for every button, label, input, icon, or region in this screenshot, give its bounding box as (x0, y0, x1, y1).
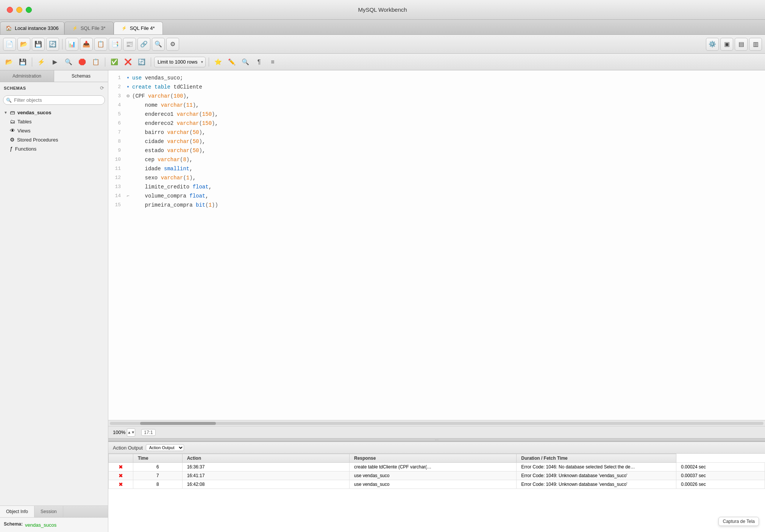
refresh-button[interactable]: 🔄 (46, 38, 59, 51)
schema-icon: 🗃 (10, 109, 15, 115)
save-file-button[interactable]: 💾 (17, 56, 29, 68)
new-query-button[interactable]: 📄 (3, 38, 16, 51)
toolbar2-sep-4 (209, 58, 209, 67)
main-layout: Administration Schemas SCHEMAS ⟳ 🔍 (0, 70, 765, 532)
columns-button[interactable]: 📑 (109, 38, 122, 51)
resize-divider[interactable]: ⋯ (108, 438, 765, 441)
line-num-1: 1 (108, 73, 125, 82)
tab-sql3-label: SQL File 3* (81, 25, 106, 31)
open-file-button[interactable]: 📂 (3, 56, 15, 68)
line-num-5: 5 (108, 110, 125, 119)
output-response-7: Error Code: 1049: Unknown database 'vend… (517, 471, 676, 480)
code-editor[interactable]: 1 ● use vendas_suco; 2 ● create table td… (108, 70, 765, 420)
index-button[interactable]: 📰 (123, 38, 136, 51)
stop-button[interactable]: 🛑 (76, 56, 88, 68)
line-num-9: 9 (108, 146, 125, 155)
find-button[interactable]: 🔍 (239, 56, 251, 68)
line-num-8: 8 (108, 137, 125, 146)
data-import-button[interactable]: 📥 (80, 38, 93, 51)
filter-box: 🔍 (3, 95, 105, 105)
open-query-button[interactable]: 📂 (17, 38, 30, 51)
app-title: MySQL Workbench (358, 6, 407, 13)
save-button[interactable]: 💾 (32, 38, 45, 51)
output-panel: Action Output Action Output History Outp… (108, 441, 765, 532)
context-button[interactable]: ≡ (267, 56, 279, 68)
maximize-button[interactable] (26, 7, 32, 13)
schema-value: vendas_sucos (25, 522, 56, 528)
code-line-14: 14 ⌐ volume_compra float, (108, 191, 765, 201)
commit-button[interactable]: ✅ (108, 56, 120, 68)
lightning-icon-2: ⚡ (122, 26, 127, 31)
tree-item-functions[interactable]: ƒ Functions (0, 144, 108, 153)
line-num-2: 2 (108, 82, 125, 92)
explain-button[interactable]: 🔍 (62, 56, 75, 68)
schema-tree: ▼ 🗃 vendas_sucos 🗂 Tables 👁 Views ⚙ (0, 108, 108, 506)
line-content-6: endereco2 varchar(150), (131, 119, 765, 128)
line-content-8: cidade varchar(50), (131, 137, 765, 146)
output-dropdown[interactable]: Action Output History Output (146, 444, 184, 451)
hscroll-thumb[interactable] (140, 422, 216, 425)
zoom-stepper[interactable]: ▲▼ (127, 428, 135, 437)
table-button[interactable]: 📋 (94, 38, 107, 51)
line-content-10: cep varchar(8), (131, 155, 765, 164)
output-table-header: Time Action Response Duration / Fetch Ti… (109, 454, 765, 463)
statusbar: 100% ▲▼ 17:1 (108, 426, 765, 438)
hscroll[interactable] (108, 420, 765, 426)
tab-session[interactable]: Session (34, 506, 63, 517)
tab-administration[interactable]: Administration (0, 70, 54, 82)
execute-selection-button[interactable]: ▶ (49, 56, 61, 68)
close-button[interactable] (7, 7, 13, 13)
rollback-button[interactable]: ❌ (122, 56, 134, 68)
schema-inspector-button[interactable]: 🔍 (152, 38, 165, 51)
execute-button[interactable]: ⚡ (35, 56, 47, 68)
toolbar2-sep-2 (105, 58, 105, 67)
layout3-button[interactable]: ▥ (749, 38, 762, 51)
output-action-7: use vendas_suco (349, 471, 516, 480)
line-num-3: 3 (108, 92, 125, 101)
output-row-6: ✖ 6 16:36:37 create table tdCliente (CPF… (109, 463, 765, 471)
layout1-button[interactable]: ▣ (720, 38, 733, 51)
output-duration-6: 0.00024 sec (676, 463, 765, 471)
beautify-button[interactable]: ✏️ (226, 56, 238, 68)
toolbar2-sep-1 (32, 58, 32, 67)
fk-button[interactable]: 🔗 (137, 38, 150, 51)
tab-object-info[interactable]: Object Info (0, 506, 34, 517)
code-line-15: 15 primeira_compra bit(1)) (108, 201, 765, 210)
code-line-9: 9 estado varchar(50), (108, 146, 765, 155)
search-icon: 🔍 (6, 98, 12, 103)
output-num-6: 6 (133, 463, 182, 471)
admin-button[interactable]: ⚙ (166, 38, 179, 51)
gear-button[interactable]: ⚙️ (706, 38, 719, 51)
tab-sql4[interactable]: ⚡ SQL File 4* (114, 22, 163, 34)
filter-input[interactable] (3, 95, 105, 105)
schema-item-vendas[interactable]: ▼ 🗃 vendas_sucos (0, 108, 108, 117)
tab-sql3[interactable]: ⚡ SQL File 3* (64, 22, 114, 34)
functions-label: Functions (15, 146, 36, 152)
line-content-12: sexo varchar(1), (131, 173, 765, 182)
code-line-5: 5 endereco1 varchar(150), (108, 110, 765, 119)
code-line-11: 11 idade smallint, (108, 164, 765, 173)
tab-home[interactable]: 🏠 Local instance 3306 (0, 22, 64, 34)
code-line-2: 2 ● create table tdCliente (108, 82, 765, 92)
toggle-output-button[interactable]: 📋 (90, 56, 102, 68)
data-export-button[interactable]: 📊 (66, 38, 78, 51)
line-num-14: 14 (108, 191, 125, 201)
refresh-icon[interactable]: ⟳ (100, 85, 104, 91)
output-action-6: create table tdCliente (CPF varchar(… (349, 463, 516, 471)
layout2-button[interactable]: ▤ (735, 38, 748, 51)
tab-schemas[interactable]: Schemas (54, 70, 108, 82)
schemas-header: SCHEMAS ⟳ (0, 82, 108, 94)
tables-label: Tables (17, 119, 32, 124)
tree-item-views[interactable]: 👁 Views (0, 126, 108, 135)
star-button[interactable]: ⭐ (212, 56, 224, 68)
limit-select[interactable]: Limit to 1000 rows Don't Limit Limit to … (154, 57, 206, 67)
auto-commit-button[interactable]: 🔄 (136, 56, 148, 68)
line-content-5: endereco1 varchar(150), (131, 110, 765, 119)
minimize-button[interactable] (16, 7, 22, 13)
line-num-15: 15 (108, 201, 125, 210)
hscroll-track (110, 422, 763, 425)
zoom-control: 100% ▲▼ (113, 428, 135, 437)
invisible-chars-button[interactable]: ¶ (253, 56, 265, 68)
tree-item-tables[interactable]: 🗂 Tables (0, 117, 108, 126)
tree-item-stored-procedures[interactable]: ⚙ Stored Procedures (0, 135, 108, 144)
